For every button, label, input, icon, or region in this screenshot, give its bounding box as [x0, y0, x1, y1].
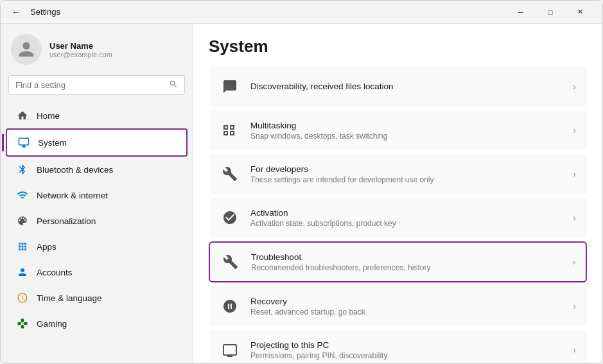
profile-name: User Name: [49, 41, 112, 51]
sidebar-item-personalization[interactable]: Personalization: [6, 208, 188, 234]
search-box[interactable]: [8, 75, 185, 95]
item-text-projecting: Projecting to this PC Permissions, pairi…: [250, 340, 387, 360]
settings-item-recovery[interactable]: Recovery Reset, advanced startup, go bac…: [209, 286, 587, 326]
sidebar-item-label-gaming: Gaming: [37, 319, 67, 329]
page-title: System: [209, 37, 587, 56]
activation-icon: [220, 207, 240, 228]
gaming-icon: [16, 317, 29, 330]
chevron-icon: ›: [573, 125, 576, 135]
item-title-troubleshoot: Troubleshoot: [251, 252, 430, 262]
sidebar-item-system[interactable]: System: [6, 128, 188, 157]
sidebar-item-home[interactable]: Home: [6, 103, 188, 128]
profile-info: User Name user@example.com: [49, 41, 112, 58]
multitasking-icon: [220, 120, 240, 141]
settings-item-projecting[interactable]: Projecting to this PC Permissions, pairi…: [209, 330, 587, 363]
titlebar: ← Settings ─ □ ✕: [1, 1, 602, 24]
sidebar-item-label-home: Home: [37, 111, 60, 121]
network-icon: [16, 189, 29, 202]
item-text-troubleshoot: Troubleshoot Recommended troubleshooters…: [251, 252, 430, 272]
item-title-multitasking: Multitasking: [250, 121, 387, 130]
back-button[interactable]: ←: [8, 4, 24, 20]
settings-item-discoverability[interactable]: Discoverability, received files location…: [209, 67, 587, 107]
maximize-button[interactable]: □: [536, 1, 565, 24]
item-desc-recovery: Reset, advanced startup, go back: [250, 308, 365, 316]
main-content: System Discoverability, received files l…: [193, 24, 602, 363]
settings-item-left-multitasking: Multitasking Snap windows, desktops, tas…: [220, 120, 387, 141]
sidebar-item-label-system: System: [38, 138, 67, 148]
chevron-icon: ›: [573, 301, 576, 311]
sidebar-item-label-time: Time & language: [37, 293, 102, 303]
item-text-discoverability: Discoverability, received files location: [250, 82, 394, 92]
active-indicator: [2, 134, 4, 152]
titlebar-left: ← Settings: [8, 4, 506, 20]
item-desc-projecting: Permissions, pairing PIN, discoverabilit…: [250, 351, 387, 360]
home-icon: [16, 109, 29, 122]
sidebar-item-accounts[interactable]: Accounts: [6, 259, 188, 285]
sidebar-nav: Home System Bluetooth & devices: [1, 100, 193, 363]
chevron-icon: ›: [573, 169, 576, 179]
chevron-icon: ›: [573, 345, 576, 355]
sidebar-item-gaming[interactable]: Gaming: [6, 311, 188, 336]
settings-item-left-recovery: Recovery Reset, advanced startup, go bac…: [220, 296, 365, 316]
projecting-icon: [220, 340, 240, 360]
chevron-icon: ›: [573, 82, 576, 92]
item-desc-troubleshoot: Recommended troubleshooters, preferences…: [251, 263, 430, 272]
item-title-activation: Activation: [250, 208, 396, 218]
sidebar-profile[interactable]: User Name user@example.com: [1, 24, 193, 73]
settings-item-left-projecting: Projecting to this PC Permissions, pairi…: [220, 340, 387, 360]
item-text-activation: Activation Activation state, subscriptio…: [250, 208, 396, 228]
sidebar-item-time[interactable]: Time & language: [6, 285, 188, 311]
item-desc-multitasking: Snap windows, desktops, task switching: [250, 132, 387, 141]
system-icon: [17, 136, 30, 149]
chevron-icon: ›: [572, 257, 575, 267]
sidebar-item-network[interactable]: Network & internet: [6, 182, 188, 208]
personalization-icon: [16, 214, 29, 227]
settings-window: ← Settings ─ □ ✕ User Name user@example.…: [0, 0, 603, 364]
settings-item-multitasking[interactable]: Multitasking Snap windows, desktops, tas…: [209, 110, 587, 150]
settings-item-left-discoverability: Discoverability, received files location: [220, 76, 394, 97]
sidebar-item-label-personalization: Personalization: [37, 216, 96, 226]
settings-item-left-activation: Activation Activation state, subscriptio…: [220, 207, 396, 228]
sidebar-item-apps[interactable]: Apps: [6, 234, 188, 259]
item-text-recovery: Recovery Reset, advanced startup, go bac…: [250, 297, 365, 316]
window-controls: ─ □ ✕: [506, 1, 595, 24]
recovery-icon: [220, 296, 240, 316]
settings-list: Discoverability, received files location…: [209, 67, 587, 363]
discoverability-icon: [220, 76, 240, 97]
item-title-discoverability: Discoverability, received files location: [250, 82, 394, 91]
item-title-projecting: Projecting to this PC: [250, 340, 387, 350]
settings-item-left-developers: For developers These settings are intend…: [220, 164, 434, 184]
item-text-developers: For developers These settings are intend…: [250, 164, 434, 184]
item-desc-activation: Activation state, subscriptions, product…: [250, 219, 396, 228]
item-title-recovery: Recovery: [250, 297, 365, 306]
search-input[interactable]: [15, 80, 164, 90]
settings-item-left-troubleshoot: Troubleshoot Recommended troubleshooters…: [220, 252, 430, 272]
troubleshoot-icon: [220, 252, 241, 272]
avatar: [11, 34, 42, 65]
settings-item-troubleshoot[interactable]: Troubleshoot Recommended troubleshooters…: [209, 241, 587, 282]
search-icon: [169, 80, 178, 91]
apps-icon: [16, 240, 29, 253]
close-button[interactable]: ✕: [565, 1, 595, 24]
item-desc-developers: These settings are intended for developm…: [250, 175, 434, 184]
content-area: User Name user@example.com Home: [1, 24, 602, 363]
time-icon: [16, 291, 29, 304]
profile-email: user@example.com: [49, 51, 112, 58]
sidebar-item-label-accounts: Accounts: [37, 268, 73, 277]
minimize-button[interactable]: ─: [506, 1, 536, 24]
accounts-icon: [16, 266, 29, 279]
item-text-multitasking: Multitasking Snap windows, desktops, tas…: [250, 121, 387, 141]
app-title: Settings: [30, 7, 60, 17]
sidebar: User Name user@example.com Home: [1, 24, 193, 363]
bluetooth-icon: [16, 163, 29, 176]
sidebar-item-label-network: Network & internet: [37, 191, 108, 200]
sidebar-item-label-bluetooth: Bluetooth & devices: [37, 165, 113, 175]
item-title-developers: For developers: [250, 164, 434, 174]
developers-icon: [220, 164, 240, 184]
settings-item-activation[interactable]: Activation Activation state, subscriptio…: [209, 198, 587, 238]
chevron-icon: ›: [573, 212, 576, 223]
settings-item-developers[interactable]: For developers These settings are intend…: [209, 154, 587, 194]
sidebar-item-bluetooth[interactable]: Bluetooth & devices: [6, 157, 188, 182]
sidebar-item-label-apps: Apps: [37, 242, 57, 252]
